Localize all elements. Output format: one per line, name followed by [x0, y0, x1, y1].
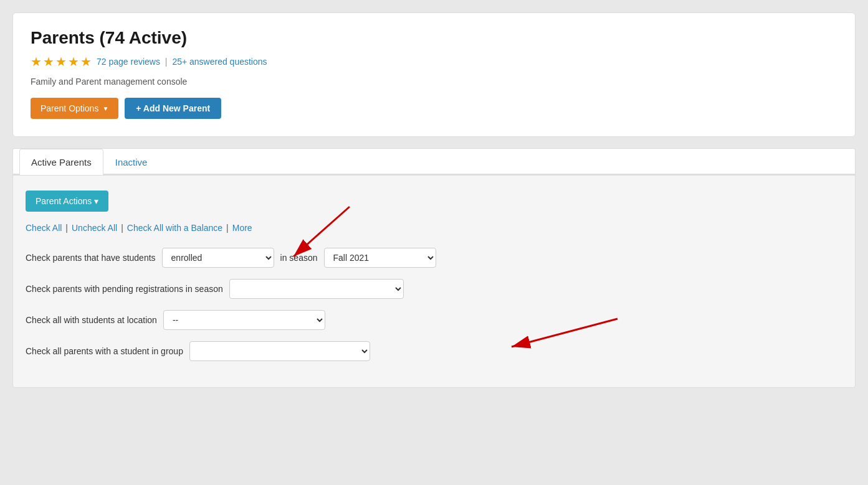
header-card: Parents (74 Active) ★ ★ ★ ★ ★ 72 page re…	[12, 12, 856, 137]
add-new-parent-button[interactable]: + Add New Parent	[125, 98, 221, 119]
rating-links: 72 page reviews | 25+ answered questions	[97, 57, 267, 67]
check-balance-link[interactable]: Check All with a Balance	[127, 223, 222, 233]
pending-select[interactable]: Fall 2021 Spring 2022	[229, 279, 404, 299]
button-row: Parent Options ▼ + Add New Parent	[31, 98, 837, 119]
tab-inactive[interactable]: Inactive	[103, 149, 160, 175]
sep-3: |	[226, 223, 229, 233]
location-form-row: Check all with students at location -- L…	[26, 310, 842, 330]
star-2: ★	[43, 54, 54, 69]
more-link[interactable]: More	[232, 223, 252, 233]
pending-label: Check parents with pending registrations…	[26, 284, 223, 294]
group-form-row: Check all parents with a student in grou…	[26, 341, 842, 361]
rating-separator: |	[165, 57, 168, 67]
enrolled-select[interactable]: enrolled not enrolled	[162, 248, 274, 268]
star-1: ★	[31, 54, 42, 69]
enrolled-label: Check parents that have students	[26, 253, 156, 263]
group-select[interactable]: Group 1 Group 2	[189, 341, 370, 361]
group-label: Check all parents with a student in grou…	[26, 346, 183, 356]
parent-actions-label: Parent Actions ▾	[36, 196, 98, 206]
enrolled-form-row: Check parents that have students enrolle…	[26, 248, 842, 268]
in-season-label: in season	[280, 253, 318, 263]
location-label: Check all with students at location	[26, 315, 157, 325]
parent-actions-button[interactable]: Parent Actions ▾	[26, 191, 108, 212]
main-content-card: Parent Actions ▾ Check All | Uncheck All…	[12, 175, 856, 388]
reviews-link[interactable]: 72 page reviews	[97, 57, 160, 67]
page-title: Parents (74 Active)	[31, 28, 837, 48]
dropdown-arrow-icon: ▼	[102, 105, 108, 112]
star-4: ★	[68, 54, 79, 69]
sep-2: |	[121, 223, 123, 233]
check-all-link[interactable]: Check All	[26, 223, 62, 233]
season-select[interactable]: Fall 2021 Spring 2022 Summer 2022 Fall 2…	[324, 248, 436, 268]
uncheck-all-link[interactable]: Uncheck All	[72, 223, 117, 233]
pending-form-row: Check parents with pending registrations…	[26, 279, 842, 299]
location-select[interactable]: -- Location 1 Location 2	[163, 310, 325, 330]
sep-1: |	[65, 223, 68, 233]
tabs-container: Active Parents Inactive	[12, 148, 856, 175]
tab-active-parents[interactable]: Active Parents	[19, 149, 103, 175]
rating-row: ★ ★ ★ ★ ★ 72 page reviews | 25+ answered…	[31, 54, 837, 69]
star-5: ★	[80, 54, 92, 69]
parent-options-label: Parent Options	[41, 103, 98, 113]
parent-options-button[interactable]: Parent Options ▼	[31, 98, 118, 119]
stars: ★ ★ ★ ★ ★	[31, 54, 92, 69]
tabs-row: Active Parents Inactive	[13, 149, 855, 175]
star-3: ★	[55, 54, 67, 69]
check-links-row: Check All | Uncheck All | Check All with…	[26, 223, 842, 233]
answered-link[interactable]: 25+ answered questions	[172, 57, 267, 67]
subtitle: Family and Parent management console	[31, 77, 837, 87]
